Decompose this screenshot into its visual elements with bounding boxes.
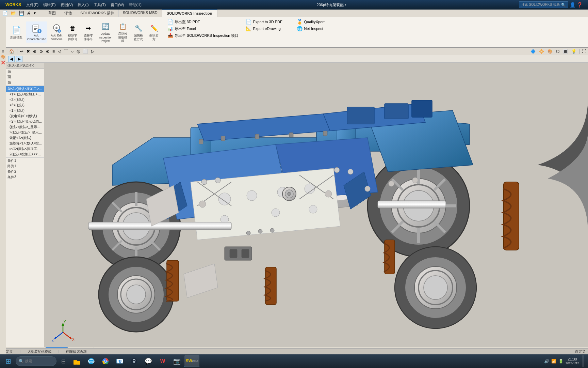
view-tb-cross[interactable]: ✖ [26,49,31,54]
tree-item-sub11[interactable]: s<1>(默认<按加工><<默 [6,146,44,152]
btn-add-characteristic[interactable]: AddCharacteristic [26,21,47,43]
view-tb-arc[interactable]: ⌒ [63,48,69,55]
tree-item-face3[interactable]: 面 [6,80,44,85]
view-tb-circ3[interactable]: ◎ [76,49,81,54]
view-settings-4[interactable]: ⬡ [555,49,560,54]
btn-select-part-num[interactable]: ➡ 选择零件序号 [82,21,95,43]
tree-item-face1[interactable]: 面 [6,69,44,74]
view-tb-rect[interactable]: ⬜ [82,49,89,54]
btn-edit-seller[interactable]: ✏️ 编辑卖方 [147,21,161,43]
btn-export-3dpdf[interactable]: 📄 导出至 3D PDF [166,18,240,25]
tree-item-sub3[interactable]: <3>(默认) [6,103,44,108]
status-custom[interactable]: 自定义 [575,349,585,354]
tree-item-cond3[interactable]: 条件3 [6,174,44,180]
view-settings-6[interactable]: 💡 [570,49,577,54]
btn-update-inspection[interactable]: 🔄 UpdateInspectionProject [97,20,114,44]
menu-edit[interactable]: 编辑(E) [41,1,58,9]
clock[interactable]: 21:30 2024/1/15 [566,357,579,366]
btn-qualityxpert[interactable]: 🏅 QualityXpert [295,18,332,25]
tree-item-sub5[interactable]: (发电筒)<1>(默认) [6,113,44,119]
menu-window[interactable]: 窗口(W) [108,1,127,9]
left-panel-icon3[interactable]: ❌ [0,60,6,65]
quick-print[interactable]: 🖨 [26,10,32,16]
taskbar-app-camera[interactable]: 📷 [170,355,184,367]
tab-evaluate[interactable]: 评估 [60,10,76,17]
view-tb-home[interactable]: 🏠 [8,49,15,54]
insp-tb-icon2[interactable]: ▶ [16,56,22,62]
taskbar-app-wechat[interactable]: 💬 [142,355,155,367]
quick-new[interactable]: 📄 [1,10,9,16]
quick-dropdown[interactable]: ▼ [33,11,36,15]
search-input[interactable]: 搜索 SOLIDWORKS 帮助 [521,2,560,7]
view-settings-2[interactable]: 🔆 [538,49,545,54]
view-tb-more[interactable]: ▷ [90,49,95,54]
view-tb-lines[interactable]: ≡ [51,49,56,54]
tray-battery[interactable]: 🔋 [558,359,564,364]
tree-item-sub6[interactable]: <2>(默认<显示状态-1>) [6,119,44,124]
view-tb-3d[interactable]: ⊕ [32,49,37,54]
menu-file[interactable]: 文件(F) [24,1,41,9]
view-fullscreen[interactable]: ⛶ [582,49,586,54]
tree-item-sub7[interactable]: (默认<默认>_显示状态 [6,124,44,130]
start-button[interactable]: ⊞ [1,355,15,367]
tree-item-cond1[interactable]: 条件1 [6,158,44,164]
view-tb-circle[interactable]: ⊙ [38,49,44,54]
tab-sketch[interactable]: 草图 [44,10,60,17]
tray-icons[interactable]: 🔊 [544,359,549,364]
menu-tools[interactable]: 工具(T) [91,1,108,9]
btn-edit-method[interactable]: 🔧 编辑检查方式 [132,21,145,43]
view-tb-circ2[interactable]: ○ [70,49,75,54]
tree-item-sub2[interactable]: <2>(默认) [6,97,44,103]
tree-item-sub12[interactable]: 2(默认<按加工><<默认> [6,152,44,157]
tree-item-face2[interactable]: 面 [6,74,44,80]
taskbar-app-ie[interactable] [84,355,98,367]
quick-save[interactable]: 💾 [18,10,25,16]
btn-add-edit-balloons[interactable]: ① Add EditBalloons [49,21,64,43]
btn-remove-part-num[interactable]: 🗑 移除零件序号 [66,21,80,43]
btn-export-excel[interactable]: 📊 导出至 Excel [166,25,240,32]
tab-plugins[interactable]: SOLIDWORKS 插件 [76,10,119,17]
btn-netinspect[interactable]: 🌐 Net-Inspect [295,25,332,32]
user-icon[interactable]: 👤 [570,2,575,7]
btn-export-edrawing[interactable]: 📐 Export eDrawing [244,25,291,32]
btn-export-3dpdf-2[interactable]: 📄 Export to 3D PDF [244,18,291,25]
left-panel-icon1[interactable]: ⊕ [0,49,5,53]
tree-item-sub4[interactable]: <1>(默认) [6,108,44,113]
tree-item-array1[interactable]: 阵列1 [6,164,44,169]
tree-item-sub10[interactable]: 旋螺栓<1>(默认<按加工> [6,141,44,146]
tree-item-cond2[interactable]: 条件2 [6,169,44,174]
left-panel-icon2[interactable]: 🎨 [0,54,6,59]
btn-launch-template[interactable]: 📋 启动检测板模板 [116,20,130,44]
taskbar-search[interactable]: 🔍 搜索 [16,356,56,366]
help-icon[interactable]: ❓ [577,2,583,7]
taskbar-app-wps[interactable]: W [156,355,169,367]
search-icon[interactable]: 🔍 [561,3,566,7]
taskbar-app-explorer[interactable] [70,355,84,367]
view-tb-arrow[interactable]: ↩ [19,49,24,54]
tray-network[interactable]: 📶 [551,359,556,364]
tab-mbd[interactable]: SOLIDWORKS MBD [119,10,162,17]
quick-open[interactable]: 📂 [10,10,17,16]
taskbar-app-chrome[interactable] [99,355,112,367]
tree-item-sub8[interactable]: >(默认<默认>_显示状态 [6,130,44,135]
taskbar-app-mail[interactable]: 📧 [113,355,127,367]
menu-help[interactable]: 帮助(H) [127,1,144,9]
tree-item-sub1[interactable]: <1>(默认<按加工><<默认 [6,92,44,97]
view-tb-tri[interactable]: ◁ [57,49,62,54]
3d-model-view[interactable] [44,63,588,351]
tree-item-sub9[interactable]: 装配<1>(默认) [6,135,44,141]
btn-new-model[interactable]: 📄 新建模型 [9,24,24,41]
view-tb-x[interactable]: ⊗ [45,49,50,54]
view-settings-3[interactable]: 🎨 [546,49,554,54]
tree-item-frame[interactable]: 架<1>(默认<按加工><<量 [6,86,44,92]
view-settings-1[interactable]: 🔷 [529,49,537,54]
menu-view[interactable]: 视图(V) [58,1,76,9]
taskbar-app-solidworks[interactable]: SW2018 [184,355,199,367]
taskbar-app-steam[interactable] [127,355,141,367]
menu-insert[interactable]: 插入(I) [75,1,91,9]
insp-tb-icon1[interactable]: ◀ [8,56,15,62]
btn-export-inspection[interactable]: 📤 导出至 SOLIDWORKS Inspection 项目 [166,32,240,39]
show-desktop[interactable] [583,355,584,367]
task-view-button[interactable]: ⊟ [57,355,69,367]
tab-inspection[interactable]: SOLIDWORKS Inspection [162,10,217,17]
